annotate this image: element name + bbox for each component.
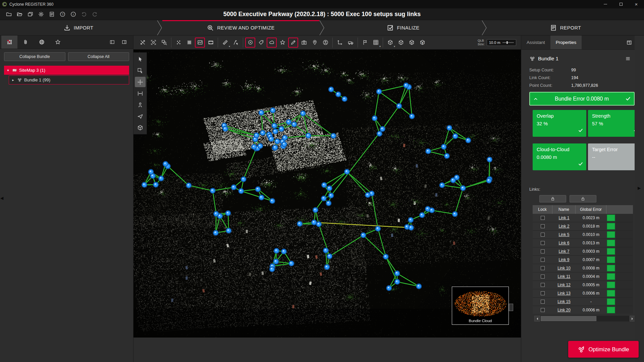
cube-view-button[interactable]: ▾ xyxy=(385,38,395,48)
cube-m-button[interactable]: M xyxy=(417,38,427,48)
import-folder-button[interactable] xyxy=(14,9,25,19)
horizontal-scrollbar[interactable] xyxy=(534,316,635,321)
expander-icon[interactable]: ▸ xyxy=(11,78,15,82)
lock-checkbox[interactable] xyxy=(541,308,545,312)
lock-checkbox[interactable] xyxy=(541,275,545,279)
plane-button[interactable] xyxy=(184,38,194,48)
scrollbar-thumb[interactable] xyxy=(541,316,596,321)
link-name[interactable]: Link 2 xyxy=(552,224,576,229)
metric-tile-strength[interactable]: Strength57 % xyxy=(588,110,635,137)
link-name[interactable]: Link 5 xyxy=(552,232,576,237)
zoom-window-button[interactable] xyxy=(159,38,169,48)
lock-checkbox[interactable] xyxy=(541,283,545,287)
panel-tab-assistant[interactable]: Assistant xyxy=(521,36,550,49)
settings-gear-button[interactable] xyxy=(36,9,46,19)
lock-checkbox[interactable] xyxy=(541,216,545,220)
lock-checkbox[interactable] xyxy=(541,224,545,228)
left-tab-globe[interactable] xyxy=(34,36,50,49)
snapshot-button[interactable] xyxy=(299,38,309,48)
layers-button[interactable] xyxy=(25,9,36,19)
cube-button[interactable] xyxy=(135,122,146,133)
tree-item[interactable]: ▸Bundle 1 (99) xyxy=(9,75,129,84)
minimize-button[interactable] xyxy=(598,0,613,8)
link-name[interactable]: Link 9 xyxy=(552,257,576,262)
qlb-size-slider[interactable]: 10.0 m xyxy=(487,39,516,46)
link-row[interactable]: Link 200.0006 m xyxy=(533,306,633,314)
scroll-right-button[interactable] xyxy=(630,316,635,321)
column-header[interactable]: Global Error xyxy=(576,205,606,214)
bundle-error-banner[interactable]: Bundle Error 0.0080 m xyxy=(529,92,635,106)
link-row[interactable]: Link 120.0005 m xyxy=(533,281,633,289)
scrollbar-track[interactable] xyxy=(540,316,630,321)
fit-view-button[interactable] xyxy=(148,38,158,48)
workflow-tab-finalize[interactable]: FINALIZE xyxy=(325,20,482,35)
info-button[interactable]: i xyxy=(68,9,78,19)
collapse-left-panel-handle[interactable]: ◀ xyxy=(0,196,3,200)
left-tab-project-grid[interactable] xyxy=(1,36,17,49)
cube-grid-button[interactable] xyxy=(407,38,417,48)
setups-visibility-button[interactable] xyxy=(173,38,183,48)
pano-person-button[interactable] xyxy=(320,38,330,48)
column-header[interactable]: Lock xyxy=(533,205,552,214)
link-name[interactable]: Link 1 xyxy=(552,216,576,220)
collapse-right-panel-handle[interactable]: ▶ xyxy=(638,186,641,190)
bundle-cloud-canvas[interactable] xyxy=(452,287,508,317)
measure-pick-button[interactable] xyxy=(231,38,241,48)
link-row[interactable]: Link 50.0010 m xyxy=(533,231,633,239)
optimize-bundle-button[interactable]: Optimize Bundle xyxy=(568,341,639,358)
link-name[interactable]: Link 11 xyxy=(552,274,576,279)
workflow-tab-import[interactable]: IMPORT xyxy=(0,20,157,35)
setup-marker-button[interactable] xyxy=(245,38,255,48)
metric-tile-overlap[interactable]: Overlap32 % xyxy=(533,110,586,137)
annotate-button[interactable] xyxy=(288,38,298,48)
link-row[interactable]: Link 70.0003 m xyxy=(533,247,633,256)
link-name[interactable]: Link 20 xyxy=(552,308,576,312)
column-header[interactable]: Name xyxy=(552,205,576,214)
metric-tile-target-error[interactable]: Target Error-- xyxy=(588,143,635,170)
help-button[interactable]: ? xyxy=(57,9,68,19)
fly-button[interactable] xyxy=(135,111,146,121)
link-row[interactable]: Link 60.0013 m xyxy=(533,239,633,247)
select-cursor-button[interactable] xyxy=(135,54,146,64)
fit-width-button[interactable] xyxy=(135,88,146,99)
panel-tab-properties[interactable]: Properties xyxy=(550,36,582,49)
tree-item[interactable]: ▾SiteMap 3 (1) xyxy=(4,66,129,75)
lock-checkbox[interactable] xyxy=(541,266,545,270)
link-row[interactable]: Link 10.0023 m xyxy=(533,214,633,222)
vehicle-button[interactable] xyxy=(345,38,356,48)
qlb-size-control[interactable]: QLB Size: 10.0 m xyxy=(478,39,519,46)
cloud-link-button[interactable] xyxy=(267,38,277,48)
maximize-button[interactable] xyxy=(613,0,629,8)
close-button[interactable]: × xyxy=(629,0,644,8)
link-row[interactable]: Link 110.0004 m xyxy=(533,273,633,281)
collapse-all-button[interactable]: Collapse All xyxy=(68,52,129,61)
cube-outline-button[interactable] xyxy=(396,38,406,48)
workflow-tab-report[interactable]: REPORT xyxy=(487,20,644,35)
expander-icon[interactable]: ▾ xyxy=(6,68,10,72)
link-name[interactable]: Link 10 xyxy=(552,266,576,270)
lock-checkbox[interactable] xyxy=(541,291,545,295)
link-row[interactable]: Link 90.0007 m xyxy=(533,256,633,264)
lock-button[interactable] xyxy=(539,195,566,202)
workflow-tab-review-and-optimize[interactable]: REVIEW AND OPTIMIZE xyxy=(162,20,319,35)
person-view-button[interactable] xyxy=(135,100,146,110)
lock-checkbox[interactable] xyxy=(541,233,545,237)
menu-list-icon[interactable] xyxy=(625,56,631,61)
bundle-cloud-thumbnail[interactable]: Bundle Cloud xyxy=(452,287,509,325)
redo-button[interactable] xyxy=(89,9,100,19)
lock-open-button[interactable] xyxy=(570,195,596,202)
select-box-button[interactable] xyxy=(135,65,146,76)
lock-checkbox[interactable] xyxy=(541,258,545,262)
undo-button[interactable] xyxy=(78,9,89,19)
thumbnail-handle[interactable] xyxy=(509,304,513,311)
link-name[interactable]: Link 12 xyxy=(552,283,576,287)
tag-button[interactable] xyxy=(256,38,266,48)
map-view-button[interactable] xyxy=(195,38,205,48)
collapse-bundle-button[interactable]: Collapse Bundle xyxy=(4,52,65,61)
panel-left-button[interactable] xyxy=(107,37,117,47)
link-name[interactable]: Link 7 xyxy=(552,249,576,254)
pan-button[interactable] xyxy=(135,77,146,87)
link-row[interactable]: Link 20.0018 m xyxy=(533,222,633,231)
navigate-button[interactable] xyxy=(138,38,148,48)
link-row[interactable]: Link 100.0008 m xyxy=(533,264,633,273)
